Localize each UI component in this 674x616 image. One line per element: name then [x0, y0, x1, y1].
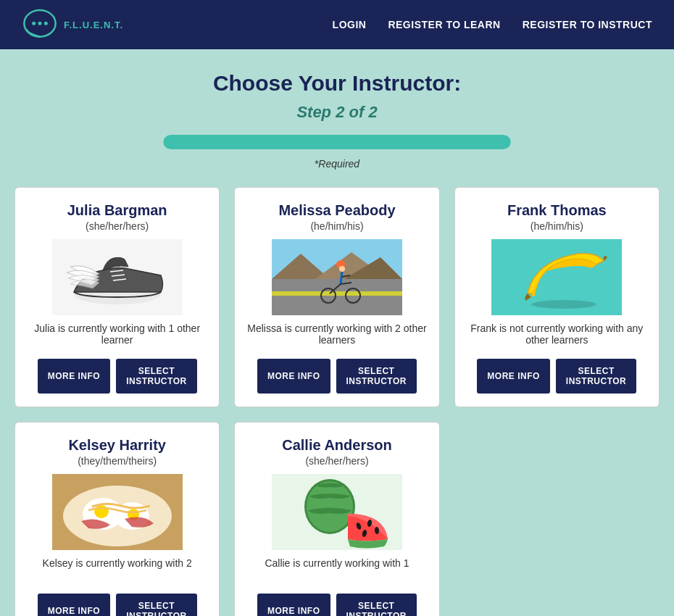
instructor-card-julia: Julia Bargman (she/her/hers): [14, 187, 220, 407]
instructor-status-kelsey: Kelsey is currently working with 2: [43, 557, 192, 583]
food-icon: [52, 474, 183, 550]
progress-bar-fill: [163, 135, 511, 149]
instructor-image-melissa: [272, 239, 402, 315]
instructor-status-callie: Callie is currently working with 1: [265, 557, 409, 583]
more-info-button-kelsey[interactable]: MORE INFO: [38, 594, 111, 616]
instructor-pronouns-callie: (she/her/hers): [305, 455, 368, 467]
select-button-frank[interactable]: SELECTINSTRUCTOR: [556, 359, 636, 394]
svg-point-27: [94, 505, 109, 518]
select-button-callie[interactable]: SELECTINSTRUCTOR: [336, 594, 417, 616]
instructors-grid: Julia Bargman (she/her/hers): [14, 187, 660, 616]
progress-bar-container: [163, 135, 511, 149]
instructor-image-kelsey: [52, 474, 183, 550]
instructor-name-frank: Frank Thomas: [507, 202, 607, 219]
svg-point-3: [44, 22, 48, 25]
svg-point-32: [307, 481, 353, 532]
card-buttons-callie: MORE INFO SELECTINSTRUCTOR: [257, 594, 417, 616]
main-nav: LOGIN REGISTER TO LEARN REGISTER TO INST…: [333, 19, 652, 30]
logo-area: F.L.U.E.N.T.: [22, 7, 123, 43]
svg-rect-13: [272, 291, 402, 296]
select-button-julia[interactable]: SELECTINSTRUCTOR: [116, 359, 196, 394]
svg-point-2: [38, 22, 42, 25]
logo-icon: [22, 7, 58, 43]
instructor-name-callie: Callie Anderson: [282, 437, 392, 454]
svg-point-1: [32, 22, 36, 25]
main-content: Choose Your Instructor: Step 2 of 2 *Req…: [0, 49, 674, 616]
register-instruct-link[interactable]: REGISTER TO INSTRUCT: [523, 19, 652, 30]
instructor-card-frank: Frank Thomas (he/him/his) Frank is not c…: [454, 187, 660, 407]
card-buttons-julia: MORE INFO SELECTINSTRUCTOR: [38, 359, 197, 394]
svg-point-15: [339, 266, 345, 272]
instructor-name-julia: Julia Bargman: [67, 202, 167, 219]
select-button-melissa[interactable]: SELECTINSTRUCTOR: [336, 359, 417, 394]
logo-text: F.L.U.E.N.T.: [64, 20, 123, 30]
card-buttons-kelsey: MORE INFO SELECTINSTRUCTOR: [38, 594, 197, 616]
instructor-status-frank: Frank is not currently working with any …: [466, 322, 648, 349]
instructor-pronouns-melissa: (he/him/his): [310, 220, 363, 232]
instructor-card-callie: Callie Anderson (she/her/hers): [234, 422, 439, 616]
login-link[interactable]: LOGIN: [333, 19, 367, 30]
instructor-image-julia: [52, 239, 183, 315]
instructor-name-kelsey: Kelsey Harrity: [68, 437, 166, 454]
instructor-pronouns-julia: (she/her/hers): [86, 220, 149, 232]
svg-rect-12: [272, 279, 402, 315]
step-label: Step 2 of 2: [296, 103, 377, 122]
svg-line-16: [341, 272, 342, 284]
page-title: Choose Your Instructor:: [213, 71, 461, 96]
more-info-button-melissa[interactable]: MORE INFO: [257, 359, 330, 394]
instructor-card-kelsey: Kelsey Harrity (they/them/theirs): [14, 422, 220, 616]
more-info-button-julia[interactable]: MORE INFO: [38, 359, 111, 394]
instructor-image-frank: [491, 239, 622, 315]
instructor-pronouns-kelsey: (they/them/theirs): [78, 455, 157, 467]
site-header: F.L.U.E.N.T. LOGIN REGISTER TO LEARN REG…: [0, 0, 674, 49]
more-info-button-callie[interactable]: MORE INFO: [257, 594, 330, 616]
select-button-kelsey[interactable]: SELECTINSTRUCTOR: [116, 594, 196, 616]
watermelon-icon: [272, 474, 402, 550]
card-buttons-frank: MORE INFO SELECTINSTRUCTOR: [477, 359, 636, 394]
banana-icon: [491, 239, 622, 315]
card-buttons-melissa: MORE INFO SELECTINSTRUCTOR: [257, 359, 417, 394]
instructor-status-julia: Julia is currently working with 1 other …: [26, 322, 208, 349]
instructor-card-melissa: Melissa Peabody (he/him/his): [234, 187, 439, 407]
svg-point-23: [531, 300, 596, 309]
instructor-status-melissa: Melissa is currently working with 2 othe…: [246, 322, 428, 349]
instructor-name-melissa: Melissa Peabody: [278, 202, 395, 219]
more-info-button-frank[interactable]: MORE INFO: [477, 359, 550, 394]
instructor-pronouns-frank: (he/him/his): [531, 220, 583, 232]
required-label: *Required: [315, 158, 359, 170]
register-learn-link[interactable]: REGISTER TO LEARN: [388, 19, 500, 30]
cyclist-icon: [272, 239, 402, 315]
instructor-image-callie: [272, 474, 402, 550]
shoe-icon: [59, 245, 175, 310]
